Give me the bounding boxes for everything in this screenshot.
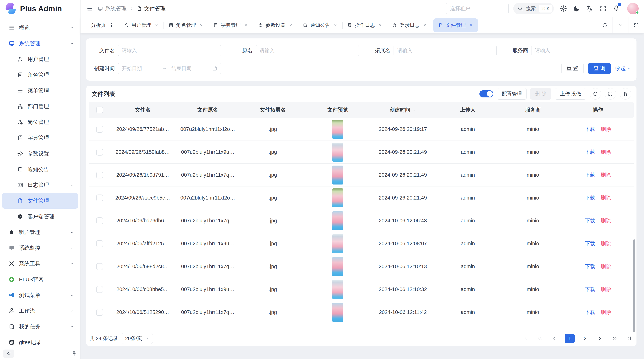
sidebar-item-post-mgmt[interactable]: 岗位管理 [2, 114, 78, 130]
delete-link[interactable]: 删除 [600, 149, 611, 156]
sidebar-item-plus-site[interactable]: PLUS官网 [2, 272, 78, 287]
sidebar-pin-icon[interactable] [72, 351, 77, 357]
search-toggle[interactable] [480, 90, 494, 97]
sidebar-item-dict-mgmt[interactable]: 字典管理 [2, 130, 78, 146]
expand-table-icon[interactable] [605, 88, 616, 100]
notifications-button[interactable] [612, 4, 620, 13]
delete-link[interactable]: 删除 [600, 217, 611, 224]
close-icon[interactable] [378, 23, 382, 27]
sidebar-item-test-menu[interactable]: 测试菜单 [2, 287, 78, 303]
sidebar-item-menu-mgmt[interactable]: 菜单管理 [2, 83, 78, 98]
download-link[interactable]: 下载 [585, 171, 595, 179]
sidebar-item-overview[interactable]: 概览 [2, 20, 78, 35]
tab-dict-mgmt[interactable]: 字典管理 [208, 17, 253, 33]
row-checkbox[interactable] [96, 172, 103, 178]
select-all-checkbox[interactable] [96, 107, 103, 113]
prev-jump-icon[interactable] [536, 334, 544, 343]
download-link[interactable]: 下载 [585, 263, 595, 270]
close-icon[interactable] [334, 23, 338, 27]
file-preview-image[interactable] [332, 166, 343, 185]
file-preview-image[interactable] [332, 188, 343, 207]
tab-op-log[interactable]: 操作日志 [342, 17, 387, 33]
download-link[interactable]: 下载 [585, 126, 595, 133]
original-name-input[interactable] [256, 45, 359, 56]
close-icon[interactable] [199, 23, 203, 27]
extension-input[interactable] [394, 45, 496, 56]
refresh-table-icon[interactable] [590, 88, 601, 100]
close-icon[interactable] [244, 23, 248, 27]
row-checkbox[interactable] [96, 217, 103, 224]
reset-button[interactable]: 重 置 [561, 63, 584, 74]
last-page-icon[interactable] [625, 334, 633, 343]
row-checkbox[interactable] [96, 263, 103, 270]
content-fullscreen-icon[interactable] [628, 17, 644, 33]
dark-mode-icon[interactable] [573, 5, 580, 12]
tab-menu-icon[interactable] [612, 17, 628, 33]
provider-input[interactable] [531, 45, 634, 56]
column-settings-icon[interactable] [620, 88, 631, 100]
tab-refresh-icon[interactable] [597, 17, 612, 33]
row-checkbox[interactable] [96, 149, 103, 156]
sidebar-item-file-mgmt[interactable]: 文件管理 [2, 193, 78, 209]
prev-page-icon[interactable] [550, 334, 558, 343]
sidebar-item-dept-mgmt[interactable]: 部门管理 [2, 98, 78, 114]
close-icon[interactable] [469, 23, 473, 27]
download-link[interactable]: 下载 [585, 286, 595, 293]
sidebar-item-client-mgmt[interactable]: 客户端管理 [2, 209, 78, 224]
file-preview-image[interactable] [332, 120, 343, 139]
tenant-select-input[interactable] [446, 3, 508, 14]
delete-link[interactable]: 删除 [600, 240, 611, 247]
language-icon[interactable] [586, 5, 594, 12]
close-icon[interactable] [154, 23, 158, 27]
next-jump-icon[interactable] [610, 334, 618, 343]
delete-link[interactable]: 删除 [600, 126, 611, 133]
avatar[interactable] [627, 3, 639, 14]
upload-button[interactable]: 上传 没做 [555, 88, 586, 100]
download-link[interactable]: 下载 [585, 217, 595, 224]
page-size-select[interactable]: 20条/页 [122, 333, 153, 344]
page-2-button[interactable]: 2 [581, 334, 589, 343]
sidebar-item-user-mgmt[interactable]: 用户管理 [2, 51, 78, 67]
close-icon[interactable] [289, 23, 293, 27]
download-link[interactable]: 下载 [585, 149, 595, 156]
sidebar-item-log-mgmt[interactable]: 日志管理 [2, 177, 78, 193]
tab-param-settings[interactable]: 参数设置 [253, 17, 298, 33]
sidebar-item-notice[interactable]: 通知公告 [2, 161, 78, 177]
row-checkbox[interactable] [96, 126, 103, 133]
sidebar-toggle-icon[interactable] [86, 5, 93, 12]
download-link[interactable]: 下载 [585, 240, 595, 247]
settings-icon[interactable] [560, 5, 567, 12]
tab-analysis[interactable]: 分析页 [86, 17, 119, 33]
page-1-button[interactable]: 1 [565, 334, 574, 343]
sidebar-item-tenant-mgmt[interactable]: 租户管理 [2, 224, 78, 240]
row-checkbox[interactable] [96, 309, 103, 316]
sidebar-item-workflow[interactable]: 工作流 [2, 303, 78, 319]
file-preview-image[interactable] [332, 234, 343, 253]
delete-link[interactable]: 删除 [600, 309, 611, 316]
row-checkbox[interactable] [96, 240, 103, 247]
tab-user-mgmt[interactable]: 用户管理 [119, 17, 164, 33]
tab-notice[interactable]: 通知公告 [298, 17, 342, 33]
sidebar-item-my-tasks[interactable]: 我的任务 [2, 319, 78, 335]
breadcrumb-item-system[interactable]: 系统管理 [98, 5, 127, 12]
close-icon[interactable] [423, 23, 427, 27]
sidebar-item-role-mgmt[interactable]: 角色管理 [2, 67, 78, 83]
sidebar-item-system-monitor[interactable]: 系统监控 [2, 240, 78, 256]
sidebar-collapse-button[interactable] [3, 350, 14, 358]
sidebar-item-system-mgmt[interactable]: 系统管理 [2, 35, 78, 51]
sort-icon[interactable] [412, 108, 416, 112]
delete-link[interactable]: 删除 [600, 194, 611, 202]
download-link[interactable]: 下载 [585, 194, 595, 202]
fullscreen-icon[interactable] [599, 5, 607, 12]
breadcrumb-item-file[interactable]: 文件管理 [137, 5, 166, 12]
delete-link[interactable]: 删除 [600, 263, 611, 270]
query-button[interactable]: 查 询 [588, 63, 611, 74]
first-page-icon[interactable] [521, 334, 529, 343]
config-manage-button[interactable]: 配置管理 [497, 88, 527, 100]
file-preview-image[interactable] [332, 303, 343, 322]
sidebar-item-param-settings[interactable]: 参数设置 [2, 146, 78, 161]
next-page-icon[interactable] [596, 334, 604, 343]
collapse-filter-link[interactable]: 收起 [616, 65, 632, 72]
sidebar-item-gitee-log[interactable]: gitee记录 [2, 335, 78, 348]
row-checkbox[interactable] [96, 195, 103, 201]
